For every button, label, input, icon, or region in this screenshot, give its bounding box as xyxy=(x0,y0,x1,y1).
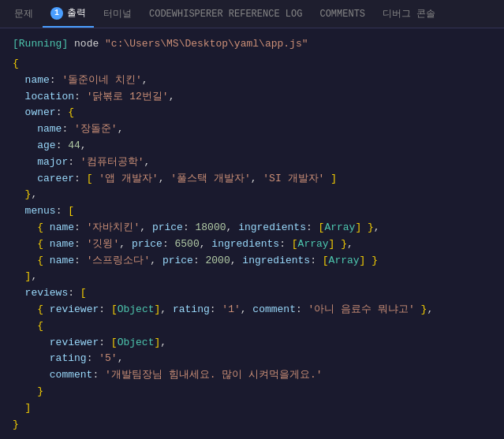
code-line: menus: [ xyxy=(13,203,491,220)
code-line: rating: '5', xyxy=(13,351,491,367)
code-line: ], xyxy=(13,269,491,285)
code-line: owner: { xyxy=(13,105,491,121)
tab-output-label: 출력 xyxy=(67,6,86,20)
code-line: career: [ '앱 개발자', '풀스택 개발자', 'SI 개발자' ] xyxy=(13,171,491,188)
run-path: "c:\Users\MS\Desktop\yaml\app.js" xyxy=(105,38,308,50)
tab-output-badge: 1 xyxy=(50,7,63,20)
tab-comments[interactable]: COMMENTS xyxy=(312,0,373,28)
tab-codewhisperer-label: CODEWHISPERER REFERENCE LOG xyxy=(149,9,302,20)
tab-codewhisperer[interactable]: CODEWHISPERER REFERENCE LOG xyxy=(141,0,310,28)
code-line: }, xyxy=(13,187,491,203)
code-line: name: '돌준이네 치킨', xyxy=(13,73,491,89)
code-line: } xyxy=(13,384,491,400)
code-line: reviewer: [Object], xyxy=(13,335,491,352)
run-command: node xyxy=(74,38,105,50)
tab-output[interactable]: 1 출력 xyxy=(43,0,94,28)
tag-running: [Running] xyxy=(13,38,68,50)
code-line: { reviewer: [Object], rating: '1', comme… xyxy=(13,302,491,318)
code-line: ] xyxy=(13,400,491,417)
tab-problems[interactable]: 문제 xyxy=(6,0,41,28)
tab-terminal[interactable]: 터미널 xyxy=(95,0,140,28)
code-line: { name: '깃윙', price: 6500, ingredients: … xyxy=(13,236,491,253)
code-line: { xyxy=(13,318,491,335)
code-line: { name: '스프링소다', price: 2000, ingredient… xyxy=(13,253,491,270)
code-line: reviews: [ xyxy=(13,285,491,302)
content-area: [Running] node "c:\Users\MS\Desktop\yaml… xyxy=(0,28,504,439)
code-block: { name: '돌준이네 치킨', location: '닭볶로 12번길',… xyxy=(13,56,491,433)
code-line: location: '닭볶로 12번길', xyxy=(13,89,491,106)
code-line: { name: '자바치킨', price: 18000, ingredient… xyxy=(13,220,491,236)
tab-debugconsole[interactable]: 디버그 콘솔 xyxy=(375,0,443,28)
code-line: } xyxy=(13,417,491,433)
code-line: name: '장돌준', xyxy=(13,121,491,138)
tab-terminal-label: 터미널 xyxy=(103,7,132,20)
tab-bar: 문제 1 출력 터미널 CODEWHISPERER REFERENCE LOG … xyxy=(0,0,504,28)
running-line: [Running] node "c:\Users\MS\Desktop\yaml… xyxy=(13,38,491,50)
code-line: { xyxy=(13,56,491,73)
code-line: age: 44, xyxy=(13,138,491,154)
code-line: major: '컴퓨터공학', xyxy=(13,154,491,171)
tab-problems-label: 문제 xyxy=(14,7,33,20)
code-line: comment: '개발팀장님 힘내세요. 많이 시켜먹을게요.' xyxy=(13,367,491,384)
tab-debugconsole-label: 디버그 콘솔 xyxy=(383,7,435,20)
tab-comments-label: COMMENTS xyxy=(319,9,365,20)
